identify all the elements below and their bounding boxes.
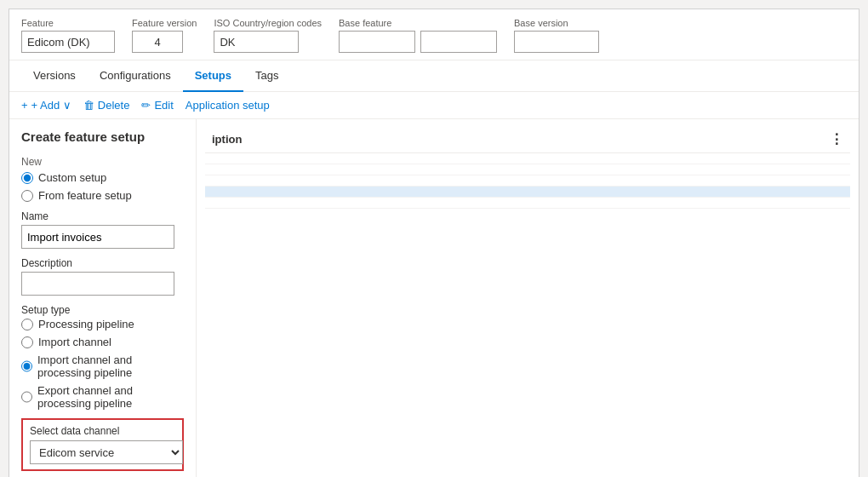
feature-field: Feature: [21, 18, 115, 53]
feature-version-field: Feature version: [132, 18, 197, 53]
radio-feature-setup[interactable]: From feature setup: [21, 189, 184, 202]
radio-custom-label: Custom setup: [38, 171, 106, 184]
feature-label: Feature: [21, 18, 115, 28]
radio-export-channel[interactable]: Export channel and processing pipeline: [21, 384, 184, 410]
cell-description: [205, 175, 823, 187]
radio-processing-pipeline[interactable]: Processing pipeline: [21, 318, 184, 330]
base-feature-input2[interactable]: [420, 31, 497, 53]
table-row[interactable]: [205, 198, 850, 209]
name-field: Name: [21, 210, 184, 249]
name-label: Name: [21, 210, 184, 222]
select-data-channel-label: Select data channel: [30, 425, 175, 437]
new-radio-group: Custom setup From feature setup: [21, 171, 184, 202]
radio-processing-label: Processing pipeline: [38, 318, 134, 330]
cell-description: [205, 198, 823, 209]
main-container: Feature Feature version ISO Country/regi…: [9, 9, 859, 477]
base-feature-field: Base feature: [339, 18, 497, 53]
tab-tags[interactable]: Tags: [243, 60, 290, 92]
radio-import-channel-pipeline-label: Import channel and processing pipeline: [37, 353, 184, 379]
tab-configurations[interactable]: Configurations: [88, 60, 183, 92]
base-version-field: Base version: [514, 18, 599, 53]
trash-icon: 🗑: [83, 99, 94, 112]
radio-import-channel-pipeline-input[interactable]: [21, 360, 32, 372]
cell-description: [205, 164, 823, 175]
edit-label: Edit: [154, 99, 173, 112]
delete-label: Delete: [98, 99, 130, 112]
table-row[interactable]: [205, 175, 850, 187]
right-panel: iption ⋮: [197, 119, 859, 477]
new-section: New Custom setup From feature setup: [21, 156, 184, 202]
cell-dots[interactable]: [823, 187, 850, 198]
new-label: New: [21, 156, 184, 168]
cell-dots[interactable]: [823, 175, 850, 187]
add-label: + Add ∨: [31, 99, 71, 112]
radio-import-channel-pipeline[interactable]: Import channel and processing pipeline: [21, 353, 184, 379]
table-row[interactable]: [205, 153, 850, 164]
toolbar: + + Add ∨ 🗑 Delete ✏ Edit Application se…: [9, 92, 859, 119]
col-description-header: iption: [205, 126, 823, 153]
feature-input[interactable]: [21, 31, 115, 53]
base-feature-label: Base feature: [339, 18, 497, 28]
cell-description: [205, 153, 823, 164]
data-table: iption ⋮: [205, 126, 850, 209]
select-data-channel-dropdown[interactable]: Edicom service Other service: [30, 440, 183, 464]
radio-import-channel-input[interactable]: [21, 336, 33, 348]
table-row[interactable]: [205, 164, 850, 175]
radio-import-channel[interactable]: Import channel: [21, 336, 184, 348]
cell-dots[interactable]: [823, 153, 850, 164]
add-button[interactable]: + + Add ∨: [21, 99, 71, 112]
name-input[interactable]: [21, 225, 174, 249]
header-bar: Feature Feature version ISO Country/regi…: [9, 9, 859, 60]
iso-input[interactable]: [214, 31, 299, 53]
iso-label: ISO Country/region codes: [214, 18, 322, 28]
form-title: Create feature setup: [21, 129, 184, 144]
feature-version-input[interactable]: [132, 31, 183, 53]
select-data-channel-section: Select data channel Edicom service Other…: [21, 418, 184, 471]
table-body: [205, 153, 850, 209]
description-field: Description: [21, 257, 184, 296]
setup-type-label: Setup type: [21, 304, 184, 316]
application-setup-label: Application setup: [186, 99, 270, 112]
radio-export-channel-label: Export channel and processing pipeline: [37, 384, 184, 410]
radio-feature-input[interactable]: [21, 190, 33, 202]
iso-field: ISO Country/region codes: [214, 18, 322, 53]
add-icon: +: [21, 99, 28, 112]
setup-type-section: Setup type Processing pipeline Import ch…: [21, 304, 184, 410]
radio-import-channel-label: Import channel: [38, 336, 111, 348]
base-feature-input1[interactable]: [339, 31, 415, 53]
base-version-input[interactable]: [514, 31, 599, 53]
main-content: Create feature setup New Custom setup Fr…: [9, 119, 859, 477]
base-version-label: Base version: [514, 18, 599, 28]
edit-button[interactable]: ✏ Edit: [141, 99, 173, 112]
delete-button[interactable]: 🗑 Delete: [83, 99, 130, 112]
radio-processing-input[interactable]: [21, 319, 33, 330]
radio-custom-setup[interactable]: Custom setup: [21, 171, 184, 184]
cell-dots[interactable]: [823, 164, 850, 175]
radio-export-channel-input[interactable]: [21, 391, 32, 403]
tab-versions[interactable]: Versions: [21, 60, 88, 92]
tabs-bar: Versions Configurations Setups Tags: [9, 60, 859, 92]
left-panel: Create feature setup New Custom setup Fr…: [9, 119, 197, 477]
radio-custom-input[interactable]: [21, 172, 33, 184]
table-header-row: iption ⋮: [205, 126, 850, 153]
table-row[interactable]: [205, 187, 850, 198]
setup-type-group: Processing pipeline Import channel Impor…: [21, 318, 184, 410]
cell-description: [205, 187, 823, 198]
application-setup-button[interactable]: Application setup: [186, 99, 270, 112]
description-label: Description: [21, 257, 184, 269]
col-dots-header: ⋮: [823, 126, 850, 153]
feature-version-label: Feature version: [132, 18, 197, 28]
edit-icon: ✏: [141, 99, 151, 112]
tab-setups[interactable]: Setups: [183, 60, 243, 92]
description-input[interactable]: [21, 272, 174, 296]
cell-dots[interactable]: [823, 198, 850, 209]
radio-feature-label: From feature setup: [38, 189, 132, 202]
